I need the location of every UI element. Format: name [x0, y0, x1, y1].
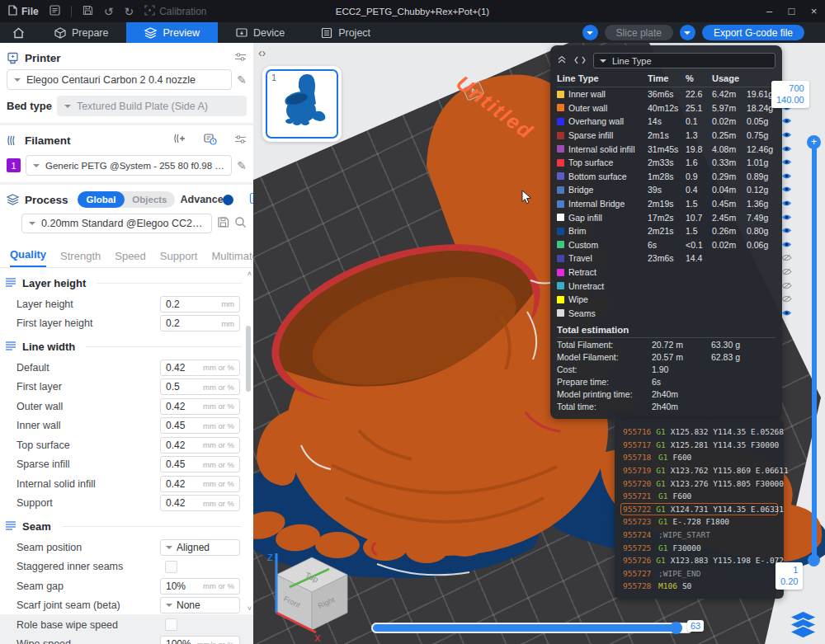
- param-input[interactable]: 0.42mm or %: [160, 476, 240, 492]
- param-input[interactable]: 100%mm/s or %: [160, 636, 240, 644]
- param-input[interactable]: 0.2mm: [160, 315, 240, 331]
- param-input[interactable]: 0.42mm or %: [160, 495, 240, 511]
- visibility-off-icon[interactable]: [781, 267, 796, 277]
- param-tab-multimaterial[interactable]: Multimaterial: [211, 250, 253, 267]
- param-checkbox[interactable]: [165, 618, 177, 631]
- filament-settings-icon[interactable]: [234, 134, 247, 147]
- gcode-view-icon[interactable]: [574, 56, 586, 66]
- calibration-menu[interactable]: Calibration: [144, 5, 206, 18]
- param-select[interactable]: None: [160, 597, 240, 613]
- bed-type-select[interactable]: Textured Build Plate (Side A): [57, 96, 247, 116]
- export-options-chevron[interactable]: [680, 25, 695, 40]
- gcode-line[interactable]: 955720G1X123.276 Y115.805 F30000: [620, 477, 778, 490]
- layers-view-icon[interactable]: [788, 610, 818, 642]
- gcode-line[interactable]: 955719G1X123.762 Y115.869 E.06611: [620, 464, 778, 477]
- navigation-cube[interactable]: Z X Top Front Right: [265, 549, 360, 644]
- collapse-panel-icon[interactable]: [557, 55, 567, 66]
- filament-select[interactable]: Generic PETG @System - 255 80 f0.98 MVS1…: [26, 155, 232, 176]
- param-input[interactable]: 0.2mm: [160, 296, 240, 313]
- save-preset-icon[interactable]: [217, 216, 229, 232]
- export-gcode-button[interactable]: Export G-code file: [702, 25, 804, 40]
- param-select[interactable]: Aligned: [160, 539, 240, 556]
- parameter-table-icon[interactable]: [249, 192, 253, 207]
- tab-preview[interactable]: Preview: [126, 22, 217, 43]
- sync-filament-icon[interactable]: [204, 134, 217, 148]
- param-tab-quality[interactable]: Quality: [10, 248, 46, 267]
- scope-objects[interactable]: Objects: [125, 195, 174, 204]
- tab-prepare[interactable]: Prepare: [36, 22, 126, 43]
- edit-printer-icon[interactable]: ✎: [237, 73, 247, 87]
- save-icon[interactable]: [82, 5, 93, 18]
- undo-icon[interactable]: ↺: [104, 6, 114, 17]
- close-button[interactable]: ×: [803, 0, 825, 22]
- redo-icon[interactable]: ↻: [124, 6, 134, 17]
- visibility-on-icon[interactable]: [781, 213, 796, 223]
- visibility-off-icon[interactable]: [781, 281, 796, 291]
- param-input[interactable]: 0.42mm or %: [160, 437, 240, 454]
- visibility-off-icon[interactable]: [781, 253, 796, 263]
- layer-slider-bottom-handle[interactable]: [808, 554, 820, 566]
- visibility-on-icon[interactable]: [781, 130, 796, 140]
- slice-plate-button[interactable]: Slice plate: [605, 25, 673, 40]
- maximize-button[interactable]: □: [780, 0, 803, 22]
- minimize-button[interactable]: –: [758, 0, 780, 22]
- gcode-line[interactable]: 955716G1X125.832 Y114.35 E.05268: [620, 425, 778, 439]
- printer-settings-icon[interactable]: [234, 52, 247, 64]
- collapse-plate-list-icon[interactable]: ‹ ›: [258, 46, 264, 59]
- visibility-on-icon[interactable]: [781, 144, 796, 154]
- visibility-on-icon[interactable]: [781, 157, 796, 167]
- param-input[interactable]: 0.45mm or %: [160, 417, 240, 434]
- gcode-line[interactable]: 955718G1F600: [620, 451, 778, 464]
- move-slider-track[interactable]: [371, 623, 693, 633]
- layer-slider-top-handle[interactable]: +: [807, 135, 821, 149]
- gcode-line[interactable]: 955721G1F600: [620, 490, 778, 503]
- param-input[interactable]: 0.5mm or %: [160, 378, 240, 395]
- home-button[interactable]: [0, 22, 36, 43]
- scrollbar-thumb[interactable]: [246, 326, 251, 392]
- scope-global[interactable]: Global: [78, 191, 125, 208]
- visibility-on-icon[interactable]: [781, 172, 796, 181]
- visibility-on-icon[interactable]: [781, 226, 796, 236]
- param-tab-strength[interactable]: Strength: [60, 250, 101, 267]
- scroll-down-icon[interactable]: ˅: [248, 604, 252, 613]
- param-input[interactable]: 0.42mm or %: [160, 398, 240, 415]
- plate-thumbnail[interactable]: 1: [262, 66, 342, 142]
- gcode-line[interactable]: 955727;WIPE_END: [620, 567, 778, 581]
- param-input[interactable]: 0.45mm or %: [160, 456, 240, 472]
- param-tab-support[interactable]: Support: [160, 250, 198, 267]
- param-input[interactable]: 10%mm or %: [160, 578, 240, 595]
- gcode-line[interactable]: 955723G1E-.728 F1800: [620, 515, 778, 529]
- file-menu[interactable]: File: [8, 5, 39, 17]
- visibility-on-icon[interactable]: [781, 116, 796, 126]
- param-tab-speed[interactable]: Speed: [115, 250, 146, 267]
- visibility-off-icon[interactable]: [781, 294, 796, 304]
- filament-slot-badge[interactable]: 1: [7, 158, 21, 172]
- visibility-on-icon[interactable]: [781, 199, 796, 209]
- tab-device[interactable]: Device: [218, 22, 303, 43]
- gcode-line[interactable]: 955722G1X124.731 Y114.35 E.06331: [620, 503, 778, 516]
- add-filament-icon[interactable]: [173, 134, 186, 147]
- gcode-line[interactable]: 955725G1F30000: [620, 541, 778, 554]
- search-presets-icon[interactable]: [234, 216, 247, 232]
- gcode-line[interactable]: 955717G1X125.281 Y114.35 F30000: [620, 439, 778, 452]
- sidebar-scrollbar[interactable]: ˄ ˅: [244, 268, 252, 614]
- tab-project[interactable]: Project: [303, 22, 389, 43]
- view-mode-select[interactable]: Line Type: [593, 53, 776, 68]
- visibility-on-icon[interactable]: [781, 240, 796, 250]
- edit-filament-icon[interactable]: ✎: [237, 159, 247, 172]
- process-preset-select[interactable]: 0.20mm Standard @Elegoo CC2 0.4 ...: [21, 214, 212, 233]
- slice-options-chevron[interactable]: [582, 25, 598, 40]
- notes-icon[interactable]: [50, 5, 60, 18]
- visibility-on-icon[interactable]: [781, 308, 796, 318]
- scroll-up-icon[interactable]: ˄: [248, 270, 252, 278]
- param-checkbox[interactable]: [165, 561, 177, 573]
- param-input[interactable]: 0.42mm or %: [160, 360, 240, 376]
- printer-select[interactable]: Elegoo Centauri Carbon 2 0.4 nozzle: [7, 69, 232, 90]
- layer-slider-track[interactable]: [812, 142, 817, 561]
- gcode-line[interactable]: 955728M106S0: [620, 580, 778, 593]
- gcode-line[interactable]: 955726G1X123.883 Y115.198 E-.072: [620, 554, 778, 567]
- gcode-line[interactable]: 955724;WIPE_START: [620, 529, 778, 542]
- visibility-on-icon[interactable]: [781, 185, 796, 195]
- viewport-3d[interactable]: A Untitled ‹ › 1: [253, 43, 825, 644]
- move-slider-handle[interactable]: [670, 622, 682, 634]
